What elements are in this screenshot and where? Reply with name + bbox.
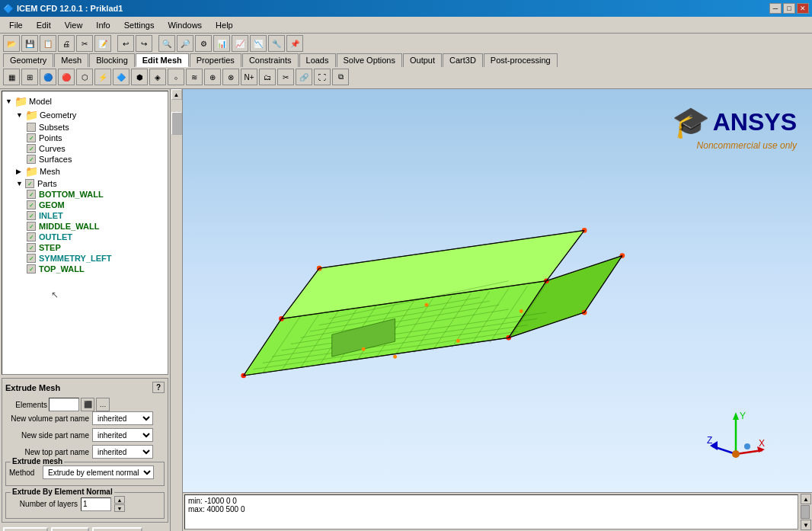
toolbar-icon-15[interactable]: 🔧 [268,35,285,52]
close-button[interactable]: ✕ [797,3,809,14]
edit-icon-16[interactable]: ✂ [277,69,294,85]
tree-check-subsets[interactable] [27,123,36,132]
minimize-button[interactable]: ─ [769,3,782,14]
tree-node-geometry[interactable]: ▼ 📁 Geometry [5,108,165,122]
tree-check-parts[interactable] [25,179,34,188]
edit-icon-2[interactable]: ⊞ [21,69,38,85]
extrude-help-button[interactable]: ? [152,382,165,393]
edit-icon-14[interactable]: N+ [241,69,257,85]
tree-check-inlet[interactable] [27,211,36,220]
tree-check-top-wall[interactable] [27,264,36,273]
tab-edit-mesh[interactable]: Edit Mesh [136,53,189,67]
tree-check-curves[interactable] [27,144,36,153]
edit-icon-15[interactable]: 🗂 [259,69,276,85]
top-part-select[interactable]: inherited [92,445,153,459]
tree-node-middle-wall[interactable]: MIDDLE_WALL [5,221,165,232]
tree-check-symmetry-left[interactable] [27,254,36,263]
menu-view[interactable]: View [59,19,89,31]
edit-icon-6[interactable]: ⚡ [94,69,111,85]
tree-check-bottom-wall[interactable] [27,190,36,199]
elements-pick-button[interactable]: ⬛ [81,398,94,411]
window-controls[interactable]: ─ □ ✕ [769,3,809,14]
elements-input[interactable] [49,398,79,411]
toolbar-icon-16[interactable]: 📌 [286,35,303,52]
edit-icon-5[interactable]: ⬡ [76,69,93,85]
toolbar-icon-7[interactable]: ↩ [117,35,134,52]
tree-toggle-model[interactable]: ▼ [5,98,13,105]
menu-file[interactable]: File [3,19,29,31]
toolbar-icon-6[interactable]: 📝 [94,35,111,52]
edit-icon-11[interactable]: ≋ [186,69,203,85]
toolbar-icon-8[interactable]: ↪ [136,35,152,52]
tab-cart3d[interactable]: Cart3D [443,53,483,67]
tree-node-parts[interactable]: ▼ Parts [5,178,165,189]
tab-constraints[interactable]: Constraints [242,53,299,67]
toolbar-icon-3[interactable]: 📋 [40,35,56,52]
tree-check-surfaces[interactable] [27,155,36,164]
apply-button[interactable]: Apply [3,527,48,531]
viewport-canvas[interactable]: 🎓 ANSYS Noncommercial use only [183,89,812,492]
toolbar-icon-2[interactable]: 💾 [21,35,38,52]
maximize-button[interactable]: □ [783,3,795,14]
volume-part-select[interactable]: inherited [92,411,153,425]
toolbar-icon-1[interactable]: 📂 [3,35,20,52]
tab-geometry[interactable]: Geometry [3,53,53,67]
toolbar-icon-5[interactable]: ✂ [76,35,93,52]
edit-icon-10[interactable]: ⬦ [168,69,184,85]
tree-node-mesh[interactable]: ▶ 📁 Mesh [5,165,165,178]
tab-output[interactable]: Output [403,53,442,67]
viewport-scroll-thumb[interactable] [801,505,810,519]
edit-icon-13[interactable]: ⊗ [222,69,239,85]
menu-windows[interactable]: Windows [161,19,208,31]
scroll-up-button[interactable]: ▲ [171,89,182,100]
tree-node-inlet[interactable]: INLET [5,210,165,221]
menu-help[interactable]: Help [209,19,239,31]
menu-edit[interactable]: Edit [30,19,57,31]
layers-down-button[interactable]: ▼ [114,504,125,512]
side-part-select[interactable]: inherited [92,428,153,442]
edit-icon-3[interactable]: 🔵 [40,69,56,85]
edit-icon-18[interactable]: ⛶ [314,69,331,85]
edit-icon-19[interactable]: ⧉ [332,69,349,85]
toolbar-icon-12[interactable]: 📊 [213,35,230,52]
tab-blocking[interactable]: Blocking [89,53,135,67]
tree-check-points[interactable] [27,133,36,142]
tab-post-processing[interactable]: Post-processing [484,53,558,67]
tree-node-curves[interactable]: Curves [5,143,165,154]
tree-toggle-parts[interactable]: ▼ [16,180,24,187]
tab-solve-options[interactable]: Solve Options [337,53,402,67]
edit-icon-9[interactable]: ◈ [149,69,166,85]
tree-node-surfaces[interactable]: Surfaces [5,154,165,165]
edit-icon-1[interactable]: ▦ [3,69,20,85]
tree-check-middle-wall[interactable] [27,222,36,231]
tree-check-step[interactable] [27,243,36,252]
tree-check-outlet[interactable] [27,232,36,242]
tree-check-geom[interactable] [27,200,36,210]
tab-loads[interactable]: Loads [299,53,336,67]
toolbar-icon-9[interactable]: 🔍 [158,35,175,52]
scroll-thumb[interactable] [171,112,182,135]
left-panel-scrollbar[interactable]: ▲ ▼ [170,89,182,531]
toolbar-icon-13[interactable]: 📈 [232,35,248,52]
menu-settings[interactable]: Settings [118,19,161,31]
layers-input[interactable] [81,497,111,511]
tree-node-model[interactable]: ▼ 📁 Model [5,94,165,108]
tree-node-subsets[interactable]: Subsets [5,122,165,133]
tree-node-outlet[interactable]: OUTLET [5,232,165,242]
tree-node-symmetry-left[interactable]: SYMMETRY_LEFT [5,253,165,264]
tree-node-points[interactable]: Points [5,133,165,143]
toolbar-icon-10[interactable]: 🔎 [177,35,193,52]
tree-toggle-geometry[interactable]: ▼ [16,111,24,119]
tab-properties[interactable]: Properties [190,53,241,67]
edit-icon-12[interactable]: ⊕ [204,69,221,85]
toolbar-icon-4[interactable]: 🖨 [58,35,75,52]
toolbar-icon-11[interactable]: ⚙ [195,35,212,52]
tree-node-geom[interactable]: GEOM [5,200,165,210]
dismiss-button[interactable]: Dismiss [92,527,143,531]
edit-icon-8[interactable]: ⬢ [131,69,148,85]
method-select[interactable]: Extrude by element normal Extrude by vec… [43,465,154,479]
viewport-scrollbar[interactable]: ▲ ▼ [800,493,812,531]
toolbar-icon-14[interactable]: 📉 [250,35,267,52]
edit-icon-4[interactable]: 🔴 [58,69,75,85]
tree-toggle-mesh[interactable]: ▶ [16,168,24,175]
